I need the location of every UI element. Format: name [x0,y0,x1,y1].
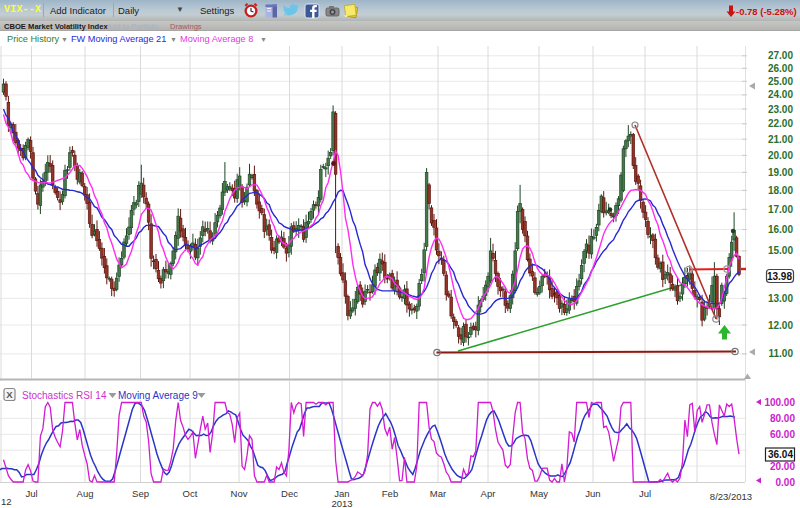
svg-text:20.00: 20.00 [768,150,793,161]
svg-text:13.98: 13.98 [767,271,792,282]
svg-text:11.00: 11.00 [769,348,794,359]
svg-text:X: X [6,389,13,400]
svg-text:36.04: 36.04 [768,449,793,460]
svg-text:Jul: Jul [25,488,37,499]
svg-text:May: May [530,488,548,499]
svg-text:8/23/2013: 8/23/2013 [710,491,752,502]
svg-text:Feb: Feb [382,488,398,499]
svg-text:27.00: 27.00 [768,50,793,61]
svg-text:Dec: Dec [281,488,298,499]
svg-text:100.00: 100.00 [764,397,795,408]
svg-text:Jun: Jun [585,488,600,499]
svg-text:Mar: Mar [430,488,446,499]
svg-text:Stochastics RSI 14: Stochastics RSI 14 [22,390,107,401]
svg-text:25.00: 25.00 [768,76,793,87]
svg-text:20.00: 20.00 [770,461,795,472]
svg-text:12: 12 [1,496,12,507]
svg-text:Oct: Oct [183,488,198,499]
svg-text:18.00: 18.00 [768,185,793,196]
svg-text:Aug: Aug [77,488,94,499]
svg-text:13.00: 13.00 [768,293,793,304]
svg-text:2013: 2013 [331,498,352,508]
svg-text:24.00: 24.00 [768,89,793,100]
svg-text:80.00: 80.00 [770,413,795,424]
svg-text:19.00: 19.00 [768,167,793,178]
svg-text:23.00: 23.00 [768,104,793,115]
svg-text:21.00: 21.00 [768,134,793,145]
svg-text:60.00: 60.00 [770,429,795,440]
svg-text:17.00: 17.00 [768,204,793,215]
svg-text:Jul: Jul [639,488,651,499]
svg-text:26.00: 26.00 [768,63,793,74]
svg-text:Moving Average 9: Moving Average 9 [118,390,198,401]
svg-text:Apr: Apr [481,488,496,499]
svg-text:0.00: 0.00 [776,477,796,488]
svg-text:Nov: Nov [231,488,248,499]
svg-text:22.00: 22.00 [768,118,793,129]
svg-text:16.00: 16.00 [768,224,793,235]
svg-text:15.00: 15.00 [768,245,793,256]
svg-text:Sep: Sep [132,488,149,499]
svg-text:12.00: 12.00 [768,320,793,331]
